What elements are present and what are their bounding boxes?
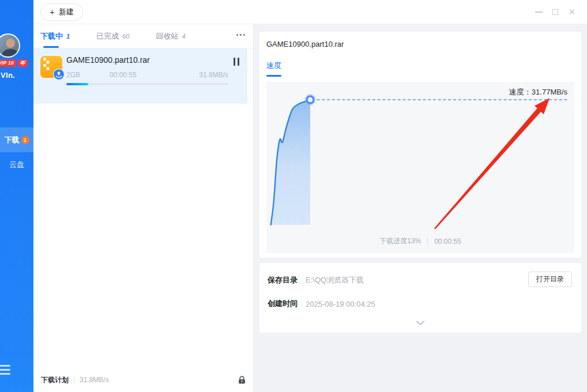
maximize-button[interactable] <box>552 9 558 15</box>
download-count-badge: 1 <box>21 136 29 144</box>
save-directory-label: 保存目录 <box>268 275 298 285</box>
new-download-button[interactable]: + 新建 <box>40 3 83 21</box>
current-speed-value: 31.77MB/s <box>532 88 567 96</box>
detail-filename: GAME10900.part10.rar <box>266 40 574 48</box>
tab-speed-label: 速度 <box>266 61 281 70</box>
lock-icon[interactable] <box>238 376 246 384</box>
download-filename: GAME10900.part10.rar <box>66 55 240 65</box>
app-window: VIP 10 年 VIn. 下载 1 云盘 + 新建 ✕ <box>0 0 587 392</box>
tab-recycle-bin[interactable]: 回收站 4 <box>156 24 185 48</box>
download-item[interactable]: GAME10900.part10.rar 2GB 00:00:55 31.8MB… <box>33 48 247 104</box>
speed-card: GAME10900.part10.rar 速度 <box>259 32 581 258</box>
save-directory-path: E:\QQ浏览器下载 <box>306 275 364 285</box>
speed-chart-svg <box>266 82 574 253</box>
download-speed: 31.8MB/s <box>199 71 228 79</box>
tab-count: 1 <box>66 33 70 40</box>
created-time-value: 2025-08-19 00:04:25 <box>306 300 375 308</box>
tab-count: 4 <box>182 33 185 40</box>
tab-speed[interactable]: 速度 <box>266 61 281 77</box>
elapsed-time-label: 00:00:55 <box>434 238 461 246</box>
sidebar-item-label: 云盘 <box>9 160 24 170</box>
download-list-panel: 下载中 1 已完成 60 回收站 4 ••• <box>33 24 254 392</box>
file-info-card: 保存目录 E:\QQ浏览器下载 打开目录 创建时间 2025-08-19 00:… <box>259 263 581 333</box>
detail-panel: GAME10900.part10.rar 速度 <box>254 24 587 392</box>
download-plan-speed: 31.8MB/s <box>80 376 109 384</box>
tab-underline <box>266 75 281 77</box>
sidebar-item-label: 下载 <box>5 135 20 145</box>
avatar-photo <box>0 35 20 58</box>
minimize-icon <box>535 12 543 13</box>
plus-icon: + <box>50 7 55 16</box>
progress-bar-fill <box>66 83 88 85</box>
pause-button[interactable] <box>232 56 240 67</box>
avatar[interactable] <box>0 33 20 58</box>
divider <box>427 238 428 245</box>
title-bar: + 新建 ✕ <box>33 0 587 24</box>
close-button[interactable]: ✕ <box>568 7 575 16</box>
speed-chart: 速度：31.77MB/s 下载进度13% 00:00:55 <box>266 82 574 253</box>
current-speed-label: 速度：31.77MB/s <box>509 87 567 97</box>
divider <box>74 376 74 383</box>
new-download-label: 新建 <box>59 7 74 17</box>
progress-bar <box>66 83 228 85</box>
sidebar-nav: 下载 1 云盘 <box>0 127 33 177</box>
sidebar-item-download[interactable]: 下载 1 <box>0 127 33 152</box>
sidebar-item-cloud[interactable]: 云盘 <box>0 152 33 177</box>
tab-label: 回收站 <box>156 31 178 42</box>
chart-footer: 下载进度13% 00:00:55 <box>266 236 574 246</box>
created-time-label: 创建时间 <box>268 299 298 309</box>
year-badge: 年 <box>18 59 28 67</box>
tab-completed[interactable]: 已完成 60 <box>96 24 129 48</box>
vip-badges: VIP 10 年 <box>0 59 28 67</box>
sidebar: VIP 10 年 VIn. 下载 1 云盘 <box>0 0 33 392</box>
download-meta: 2GB 00:00:55 31.8MB/s <box>66 71 228 79</box>
tab-bar: 下载中 1 已完成 60 回收站 4 ••• <box>33 24 253 48</box>
minimize-button[interactable] <box>535 12 543 13</box>
window-controls: ✕ <box>535 7 580 16</box>
tab-downloading[interactable]: 下载中 1 <box>40 24 70 48</box>
red-arrow-annotation <box>434 98 550 229</box>
open-directory-button[interactable]: 打开目录 <box>528 272 572 287</box>
download-elapsed: 00:00:55 <box>110 71 137 79</box>
save-directory-row: 保存目录 E:\QQ浏览器下载 打开目录 <box>268 273 573 287</box>
maximize-icon <box>552 9 558 15</box>
download-list: GAME10900.part10.rar 2GB 00:00:55 31.8MB… <box>33 48 253 368</box>
vip-level-badge: VIP 10 <box>0 59 16 67</box>
chevron-down-icon[interactable] <box>268 321 573 329</box>
chart-marker <box>307 96 314 103</box>
menu-icon[interactable] <box>0 363 10 378</box>
username: VIn. <box>1 71 15 80</box>
tab-label: 下载中 <box>40 31 63 42</box>
tab-label: 已完成 <box>96 31 119 42</box>
more-options-icon[interactable]: ••• <box>236 32 246 40</box>
created-time-row: 创建时间 2025-08-19 00:04:25 <box>268 297 573 311</box>
tab-count: 60 <box>122 33 129 40</box>
download-item-body: GAME10900.part10.rar 2GB 00:00:55 31.8MB… <box>62 55 240 104</box>
download-size: 2GB <box>66 71 110 79</box>
progress-percent-label: 下载进度13% <box>379 236 421 246</box>
download-plan-label: 下载计划 <box>41 375 69 385</box>
cloud-download-badge-icon <box>53 69 65 80</box>
file-rar-icon <box>40 56 62 78</box>
list-footer: 下载计划 31.8MB/s <box>33 368 253 392</box>
